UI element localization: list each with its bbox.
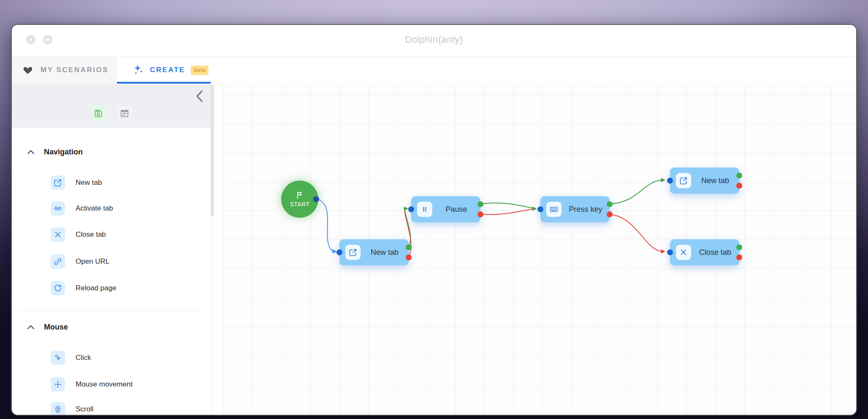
click-icon [51,351,65,365]
input-port[interactable] [537,206,543,212]
beta-badge: beta [191,65,209,75]
error-port[interactable] [477,211,483,217]
block-new-tab[interactable]: New tab [12,173,206,192]
input-port[interactable] [408,206,414,212]
tab-my-scenarios-label: MY SCENARIOS [41,66,108,74]
start-label: START [290,201,309,208]
logs-panel-button[interactable] [117,106,132,121]
mouse-move-icon [51,377,65,392]
sidebar-header [12,84,211,128]
new-tab-icon [345,245,361,260]
edge-arrow [661,178,666,182]
node-label: Close tab [691,248,739,257]
section-navigation[interactable]: Navigation [12,144,206,159]
new-tab-icon [676,173,691,188]
sidebar-scrollbar-track [212,216,212,415]
edge-pause-presskey-error[interactable] [480,209,533,214]
sparkles-icon [133,65,144,76]
chevron-up-icon [27,324,35,330]
error-port[interactable] [736,254,742,260]
edge-arrow [532,207,537,211]
block-label: Open URL [76,257,109,266]
block-reload-page[interactable]: Reload page [12,279,206,297]
input-port[interactable] [336,249,342,255]
node-new-tab-1[interactable]: New tab [339,239,409,265]
block-label: Close tab [76,230,106,239]
sidebar-scrollbar[interactable] [211,85,214,216]
flow-canvas[interactable]: START New tab Pause [222,84,856,415]
node-close-tab[interactable]: Close tab [670,239,739,265]
block-label: New tab [76,178,102,187]
block-click[interactable]: Click [12,349,206,367]
tab-my-scenarios[interactable]: MY SCENARIOS [12,57,117,84]
block-label: Reload page [76,284,116,292]
node-label: Press key [561,205,610,214]
success-port[interactable] [736,244,742,250]
close-tab-icon [676,245,691,260]
edge-presskey-newtab-success[interactable] [608,180,661,204]
input-port[interactable] [667,249,673,255]
section-mouse[interactable]: Mouse [12,319,206,335]
tab-create-label: CREATE [150,66,185,74]
blocks-sidebar: Navigation New tab Activate tab Close ta… [12,84,216,415]
activate-tab-icon [51,201,65,216]
start-node[interactable]: START [281,181,318,218]
chevron-up-icon [27,149,35,154]
heart-icon [23,65,33,75]
node-label: New tab [361,248,409,257]
title-bar: Dolphin{anty} [12,25,856,56]
block-activate-tab[interactable]: Activate tab [12,199,206,218]
console-icon [120,109,129,118]
pause-icon [417,202,432,217]
reload-icon [51,281,65,295]
flag-icon [296,191,304,200]
tab-create[interactable]: CREATE beta [117,57,211,84]
save-scenario-button[interactable] [91,106,106,121]
block-label: Activate tab [76,204,113,213]
tab-bar: MY SCENARIOS CREATE beta [12,57,856,84]
app-window: Dolphin{anty} MY SCENARIOS CREATE beta [11,24,857,416]
block-label: Scroll [76,405,94,414]
keyboard-icon [546,202,561,217]
edge-pause-presskey-success[interactable] [480,203,533,208]
output-port[interactable] [313,196,319,202]
node-label: Pause [432,205,480,214]
success-port[interactable] [406,244,412,250]
save-icon [94,109,103,118]
app-title: Dolphin{anty} [12,34,856,45]
edge-presskey-closetab-error[interactable] [608,214,661,251]
divider [19,310,205,311]
section-label: Navigation [44,148,83,157]
block-close-tab[interactable]: Close tab [12,225,206,244]
node-new-tab-2[interactable]: New tab [670,168,739,194]
error-port[interactable] [736,183,742,189]
node-press-key[interactable]: Press key [540,196,610,222]
input-port[interactable] [667,178,673,184]
block-label: Click [76,354,91,362]
block-mouse-movement[interactable]: Mouse movement [12,375,206,394]
edge-start-newtab[interactable] [319,200,333,251]
node-label: New tab [691,176,739,185]
section-label: Mouse [44,323,68,332]
block-open-url[interactable]: Open URL [12,252,206,271]
block-label: Mouse movement [76,380,133,389]
collapse-sidebar-icon[interactable] [194,88,206,105]
success-port[interactable] [607,201,613,207]
error-port[interactable] [406,254,412,260]
wires-layer [222,84,856,415]
open-url-icon [51,254,65,269]
success-port[interactable] [736,173,742,178]
edge-arrow [404,207,409,211]
close-tab-icon [51,227,65,242]
node-pause[interactable]: Pause [411,196,480,222]
block-scroll[interactable]: Scroll [12,400,206,416]
new-tab-icon [51,176,65,190]
edge-arrow [661,249,666,254]
success-port[interactable] [477,201,483,207]
error-port[interactable] [607,211,613,217]
scroll-icon [51,402,65,416]
